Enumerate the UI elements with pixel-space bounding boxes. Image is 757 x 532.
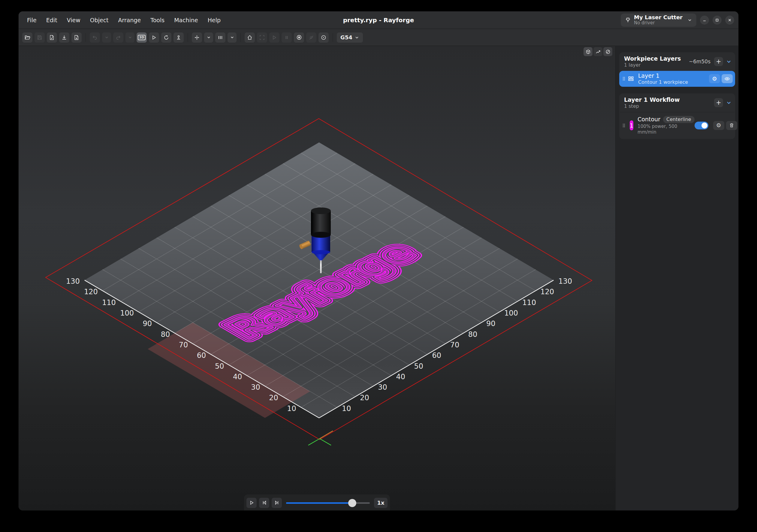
layer-row-selected[interactable]: Layer 1 Contour 1 workpiece ⚙ [619,71,735,87]
save-button[interactable] [35,32,45,43]
slider-knob[interactable] [348,499,356,507]
simulation-playbar: 1x [244,494,390,510]
regenerate-button[interactable] [161,32,171,43]
play-button[interactable] [246,498,257,508]
axis-label: 50 [215,362,224,370]
workpiece-layers-title: Workpiece Layers [624,55,689,62]
menu-item-object[interactable]: Object [86,15,112,25]
axis-label: 70 [450,341,460,349]
add-layer-button[interactable]: + [714,57,723,66]
layer-title: Layer 1 [638,72,709,79]
step-settings-button[interactable]: ⚙ [713,121,724,130]
laser-off-button[interactable] [306,32,317,43]
workpiece-icon [628,76,634,82]
simulation-progress-slider[interactable] [286,498,370,508]
axis-label: 60 [197,351,206,360]
toolbar-separator [188,33,188,42]
menu-item-machine[interactable]: Machine [170,15,202,25]
axis-label: 120 [540,288,554,296]
axis-label: 40 [396,373,405,381]
skip-to-end-button[interactable] [272,498,282,508]
axis-label: 20 [269,393,278,402]
workpiece-layers-header: Workpiece Layers 1 layer ~6m50s + [619,52,735,71]
step-mode-badge: Centerline [663,116,695,123]
layer-settings-button[interactable]: ⚙ [709,74,720,83]
close-button[interactable] [725,16,734,25]
crosshair-button[interactable] [318,32,329,43]
drag-handle-icon[interactable] [622,76,625,81]
machine-name: My Laser Cutter [634,15,682,21]
viewport-3d[interactable]: 1010202030304040505060607070808090901001… [18,46,615,510]
chevron-down-icon [687,18,692,22]
maximize-button[interactable] [712,16,722,25]
machine-status: No driver [634,20,682,25]
layer-visibility-button[interactable] [722,74,733,83]
axis-label: 110 [522,298,536,307]
set-position-button[interactable] [173,32,184,43]
clear-document-button[interactable] [72,32,82,43]
axis-label: 40 [233,373,242,381]
distribute-button[interactable] [215,32,226,43]
stop-button[interactable] [294,32,304,43]
collapse-layers-icon[interactable] [726,59,732,64]
axis-label: 130 [66,277,80,286]
axis-label: 130 [558,277,572,286]
menu-item-tools[interactable]: Tools [147,15,168,25]
export-button[interactable] [59,32,69,43]
wcs-label: G54 [340,34,352,41]
perspective-toggle-button[interactable] [584,47,592,56]
axis-label: 30 [378,383,387,391]
drag-handle-icon[interactable] [622,123,625,128]
collapse-workflow-icon[interactable] [726,100,732,106]
undo-button[interactable] [90,32,100,43]
minimize-button[interactable] [700,16,709,25]
workpiece-layers-card: Workpiece Layers 1 layer ~6m50s + [619,52,735,87]
playback-speed-button[interactable]: 1x [374,498,387,508]
axis-label: 60 [432,351,441,360]
axis-label: 120 [84,288,98,296]
redo-button[interactable] [113,32,123,43]
menu-item-view[interactable]: View [63,15,84,25]
add-step-button[interactable]: + [714,98,723,107]
hide-paths-button[interactable] [603,47,612,56]
distribute-menu-button[interactable] [227,32,236,43]
wcs-selector-button[interactable]: G54 [337,32,363,43]
menu-item-arrange[interactable]: Arrange [115,15,145,25]
axis-label: 20 [360,393,369,402]
axis-label: 10 [287,404,296,413]
app-window: FileEditViewObjectArrangeToolsMachineHel… [18,12,739,510]
import-button[interactable] [47,32,57,43]
undo-menu-button[interactable] [102,32,111,43]
skip-to-start-button[interactable] [259,498,269,508]
machine-selector-button[interactable]: My Laser Cutter No driver [621,14,696,27]
axis-label: 100 [120,309,134,317]
frame-button[interactable] [257,32,267,43]
toolbar: 3D [18,29,739,46]
simulate-button[interactable] [149,32,159,43]
align-menu-button[interactable] [204,32,213,43]
step-delete-button[interactable] [726,121,737,130]
step-enabled-toggle[interactable] [695,122,709,129]
align-button[interactable] [192,32,202,43]
menu-item-file[interactable]: File [23,15,40,25]
pause-button[interactable] [282,32,292,43]
send-job-button[interactable] [269,32,280,43]
menu-item-edit[interactable]: Edit [43,15,61,25]
show-travel-moves-button[interactable] [593,47,602,56]
menu-item-help[interactable]: Help [204,15,224,25]
trash-icon [729,123,734,128]
workflow-step-row[interactable]: 1 Contour Centerline 100% power, 500 mm/… [619,112,735,139]
workflow-card: Layer 1 Workflow 1 step + 1 [619,93,735,139]
step-details: 100% power, 500 mm/min [638,124,695,135]
toolbar-separator [85,33,86,42]
open-button[interactable] [22,32,32,43]
redo-menu-button[interactable] [126,32,135,43]
sidebar: Workpiece Layers 1 layer ~6m50s + [615,46,739,510]
eye-icon [724,76,730,82]
viewport-toolbar [584,47,612,56]
home-button[interactable] [245,32,255,43]
gear-icon: ⚙ [712,76,717,82]
view-3d-toggle-button[interactable]: 3D [136,32,147,43]
axis-label: 110 [102,298,116,307]
axis-label: 10 [342,404,351,413]
